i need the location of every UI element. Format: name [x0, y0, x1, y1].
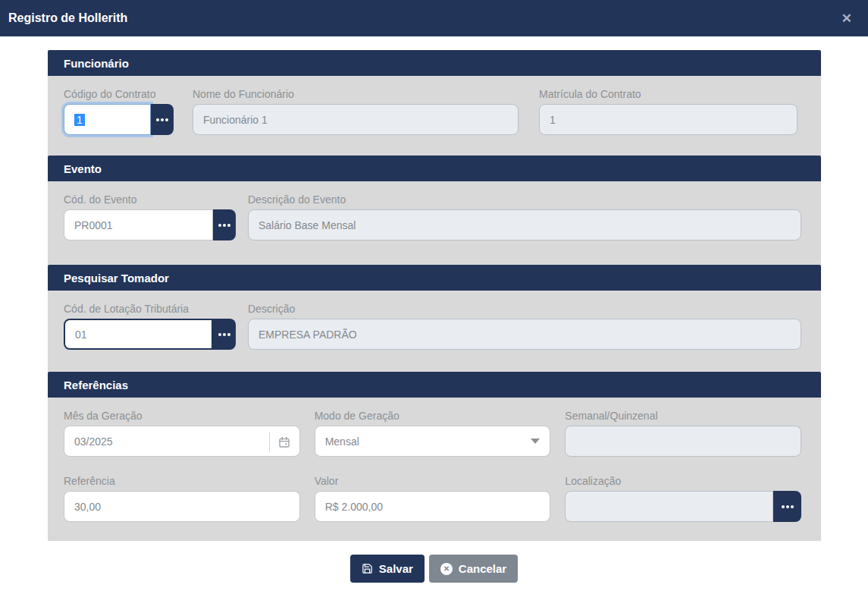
form-panel: Funcionário Código do Contrato 1 Nome do…: [48, 50, 821, 541]
localizacao-label: Localização: [565, 474, 801, 488]
section-title-evento: Evento: [64, 162, 102, 175]
ellipsis-icon: [218, 333, 221, 336]
cod-evento-label: Cód. do Evento: [64, 193, 236, 206]
cod-lotacao-lookup-button[interactable]: [213, 319, 236, 350]
modo-geracao-selected-value: Mensal: [325, 435, 359, 448]
section-title-referencias: Referências: [64, 379, 128, 391]
cod-lotacao-input[interactable]: [64, 319, 213, 350]
descricao-tomador-input: [248, 319, 801, 350]
field-descricao-evento: Descrição do Evento: [248, 193, 801, 240]
localizacao-lookup-button[interactable]: [773, 491, 801, 522]
section-header-funcionario: Funcionário: [48, 50, 821, 76]
section-body-evento: Cód. do Evento Descrição do Evento: [48, 181, 821, 265]
modal-header: Registro de Hollerith ✕: [0, 0, 868, 36]
save-icon: [362, 563, 373, 574]
section-body-funcionario: Código do Contrato 1 Nome do Funcionário…: [48, 76, 821, 156]
modo-geracao-label: Modo de Geração: [315, 409, 551, 423]
field-descricao-tomador: Descrição: [248, 302, 801, 350]
cod-lotacao-label: Cód. de Lotação Tributária: [64, 302, 236, 316]
field-referencia: Referência: [64, 474, 300, 522]
codigo-contrato-lookup-button[interactable]: [151, 104, 174, 135]
field-cod-lotacao: Cód. de Lotação Tributária: [64, 302, 236, 350]
section-header-evento: Evento: [48, 156, 821, 181]
valor-input[interactable]: [315, 491, 551, 522]
field-localizacao: Localização: [565, 474, 801, 522]
close-icon[interactable]: ✕: [838, 11, 855, 27]
section-title-pesquisar-tomador: Pesquisar Tomador: [64, 272, 169, 284]
field-cod-evento: Cód. do Evento: [64, 193, 236, 240]
field-matricula-contrato: Matrícula do Contrato: [539, 87, 797, 135]
codigo-contrato-input[interactable]: 1: [64, 104, 151, 135]
ellipsis-icon: [782, 505, 785, 508]
calendar-icon: [278, 436, 290, 448]
ellipsis-icon: [156, 118, 159, 121]
section-body-referencias: Mês da Geração Modo de Ger: [48, 398, 821, 541]
field-codigo-contrato: Código do Contrato 1: [64, 87, 174, 135]
mes-geracao-input[interactable]: [64, 426, 300, 457]
valor-label: Valor: [315, 474, 551, 488]
modal-title: Registro de Hollerith: [8, 11, 838, 25]
section-header-referencias: Referências: [48, 372, 821, 398]
referencia-label: Referência: [64, 474, 300, 488]
dropdown-arrow-icon: [531, 439, 540, 444]
localizacao-input: [565, 491, 773, 522]
descricao-evento-label: Descrição do Evento: [248, 193, 801, 206]
field-modo-geracao: Modo de Geração Mensal: [315, 409, 551, 457]
semanal-quinzenal-input: [565, 426, 801, 457]
footer-actions: Salvar ✕ Cancelar: [0, 555, 868, 583]
field-semanal-quinzenal: Semanal/Quinzenal: [565, 409, 801, 457]
cancel-circle-x-icon: ✕: [440, 563, 453, 575]
cod-evento-input[interactable]: [64, 209, 213, 240]
codigo-contrato-selected-text: 1: [74, 114, 85, 126]
cancel-button-label: Cancelar: [459, 562, 506, 575]
field-nome-funcionario: Nome do Funcionário: [193, 87, 519, 135]
cancel-button[interactable]: ✕ Cancelar: [429, 555, 518, 583]
nome-funcionario-input: [193, 104, 519, 135]
field-valor: Valor: [315, 474, 551, 522]
referencia-input[interactable]: [64, 491, 300, 522]
semanal-quinzenal-label: Semanal/Quinzenal: [565, 409, 801, 423]
modo-geracao-select[interactable]: Mensal: [315, 426, 551, 457]
nome-funcionario-label: Nome do Funcionário: [193, 87, 519, 101]
ellipsis-icon: [218, 224, 221, 227]
mes-geracao-label: Mês da Geração: [64, 409, 300, 423]
descricao-evento-input: [248, 209, 801, 240]
field-mes-geracao: Mês da Geração: [64, 409, 300, 457]
matricula-contrato-input: [539, 104, 797, 135]
section-header-pesquisar-tomador: Pesquisar Tomador: [48, 265, 821, 291]
codigo-contrato-label: Código do Contrato: [64, 87, 174, 101]
save-button[interactable]: Salvar: [350, 555, 425, 583]
calendar-picker-button[interactable]: [269, 432, 299, 452]
cod-evento-lookup-button[interactable]: [213, 209, 236, 240]
descricao-tomador-label: Descrição: [248, 302, 801, 316]
save-button-label: Salvar: [379, 562, 413, 575]
section-title-funcionario: Funcionário: [64, 57, 129, 70]
section-body-pesquisar-tomador: Cód. de Lotação Tributária Descrição: [48, 291, 821, 372]
matricula-contrato-label: Matrícula do Contrato: [539, 87, 797, 101]
